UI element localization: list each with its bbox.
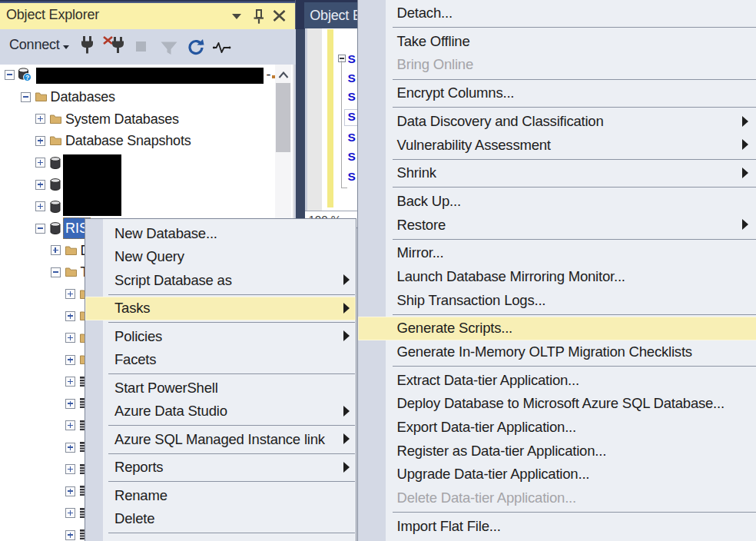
svg-text:?: ?	[25, 74, 29, 81]
